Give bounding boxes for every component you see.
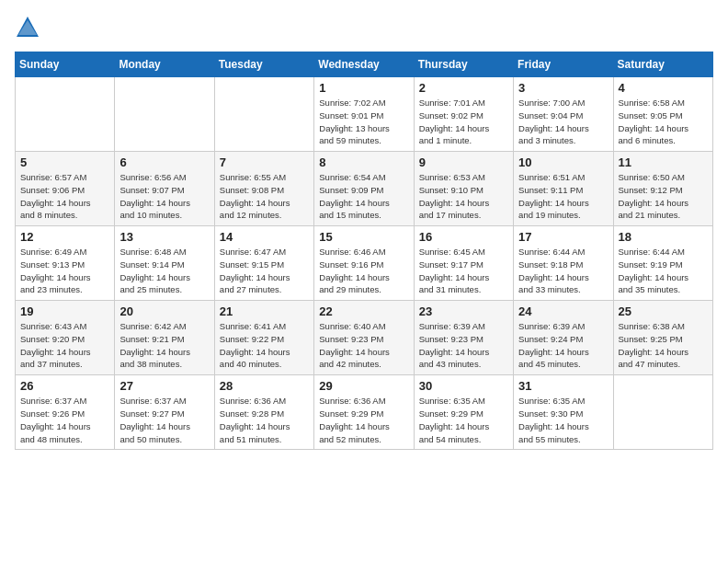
- day-info: Sunrise: 6:45 AM Sunset: 9:17 PM Dayligh…: [419, 246, 508, 296]
- calendar-cell: 21Sunrise: 6:41 AM Sunset: 9:22 PM Dayli…: [214, 301, 313, 375]
- day-number: 17: [518, 230, 608, 244]
- calendar-cell: 11Sunrise: 6:50 AM Sunset: 9:12 PM Dayli…: [613, 152, 712, 226]
- calendar-cell: 24Sunrise: 6:39 AM Sunset: 9:24 PM Dayli…: [514, 301, 613, 375]
- day-info: Sunrise: 6:44 AM Sunset: 9:18 PM Dayligh…: [518, 246, 608, 296]
- day-info: Sunrise: 6:38 AM Sunset: 9:25 PM Dayligh…: [619, 320, 708, 371]
- day-info: Sunrise: 6:48 AM Sunset: 9:14 PM Dayligh…: [119, 246, 209, 296]
- day-info: Sunrise: 6:51 AM Sunset: 9:11 PM Dayligh…: [518, 171, 608, 222]
- day-info: Sunrise: 6:55 AM Sunset: 9:08 PM Dayligh…: [220, 171, 309, 222]
- calendar-week-row: 1Sunrise: 7:02 AM Sunset: 9:01 PM Daylig…: [16, 77, 713, 152]
- calendar-cell: 12Sunrise: 6:49 AM Sunset: 9:13 PM Dayli…: [16, 226, 115, 301]
- day-number: 12: [20, 230, 109, 244]
- day-number: 14: [220, 230, 309, 244]
- calendar-header-wednesday: Wednesday: [314, 52, 414, 77]
- calendar-week-row: 19Sunrise: 6:43 AM Sunset: 9:20 PM Dayli…: [16, 301, 713, 375]
- day-number: 5: [20, 155, 109, 169]
- day-number: 8: [319, 155, 408, 169]
- day-number: 26: [20, 379, 109, 393]
- day-number: 27: [119, 379, 209, 393]
- day-info: Sunrise: 7:01 AM Sunset: 9:02 PM Dayligh…: [419, 97, 508, 147]
- day-info: Sunrise: 6:56 AM Sunset: 9:07 PM Dayligh…: [119, 171, 209, 222]
- day-info: Sunrise: 7:00 AM Sunset: 9:04 PM Dayligh…: [518, 97, 608, 147]
- day-info: Sunrise: 6:39 AM Sunset: 9:24 PM Dayligh…: [518, 320, 608, 371]
- day-info: Sunrise: 6:35 AM Sunset: 9:30 PM Dayligh…: [518, 395, 608, 445]
- calendar-cell: 1Sunrise: 7:02 AM Sunset: 9:01 PM Daylig…: [314, 77, 414, 152]
- day-number: 11: [619, 155, 708, 169]
- day-info: Sunrise: 6:44 AM Sunset: 9:19 PM Dayligh…: [619, 246, 708, 296]
- calendar-cell: 29Sunrise: 6:36 AM Sunset: 9:29 PM Dayli…: [314, 375, 414, 450]
- day-info: Sunrise: 6:36 AM Sunset: 9:28 PM Dayligh…: [220, 395, 309, 445]
- day-info: Sunrise: 6:53 AM Sunset: 9:10 PM Dayligh…: [419, 171, 508, 222]
- day-info: Sunrise: 6:41 AM Sunset: 9:22 PM Dayligh…: [220, 320, 309, 371]
- calendar-cell: 28Sunrise: 6:36 AM Sunset: 9:28 PM Dayli…: [214, 375, 313, 450]
- day-info: Sunrise: 6:42 AM Sunset: 9:21 PM Dayligh…: [119, 320, 209, 371]
- day-info: Sunrise: 6:47 AM Sunset: 9:15 PM Dayligh…: [220, 246, 309, 296]
- calendar-header-saturday: Saturday: [613, 52, 712, 77]
- day-info: Sunrise: 6:36 AM Sunset: 9:29 PM Dayligh…: [319, 395, 408, 445]
- logo-icon: [15, 15, 40, 40]
- day-number: 15: [319, 230, 408, 244]
- day-number: 2: [419, 81, 508, 95]
- calendar-cell: 30Sunrise: 6:35 AM Sunset: 9:29 PM Dayli…: [414, 375, 513, 450]
- calendar-cell: 20Sunrise: 6:42 AM Sunset: 9:21 PM Dayli…: [115, 301, 214, 375]
- calendar-header-row: SundayMondayTuesdayWednesdayThursdayFrid…: [16, 52, 713, 77]
- calendar-cell: 6Sunrise: 6:56 AM Sunset: 9:07 PM Daylig…: [115, 152, 214, 226]
- calendar-cell: 25Sunrise: 6:38 AM Sunset: 9:25 PM Dayli…: [613, 301, 712, 375]
- calendar-cell: 31Sunrise: 6:35 AM Sunset: 9:30 PM Dayli…: [514, 375, 613, 450]
- day-number: 1: [319, 81, 408, 95]
- calendar-week-row: 12Sunrise: 6:49 AM Sunset: 9:13 PM Dayli…: [16, 226, 713, 301]
- day-info: Sunrise: 6:37 AM Sunset: 9:27 PM Dayligh…: [119, 395, 209, 445]
- day-info: Sunrise: 7:02 AM Sunset: 9:01 PM Dayligh…: [319, 97, 408, 147]
- calendar-cell: 13Sunrise: 6:48 AM Sunset: 9:14 PM Dayli…: [115, 226, 214, 301]
- day-number: 22: [319, 304, 408, 318]
- day-info: Sunrise: 6:58 AM Sunset: 9:05 PM Dayligh…: [619, 97, 708, 147]
- day-number: 9: [419, 155, 508, 169]
- day-number: 6: [119, 155, 209, 169]
- calendar-cell: [115, 77, 214, 152]
- calendar-week-row: 26Sunrise: 6:37 AM Sunset: 9:26 PM Dayli…: [16, 375, 713, 450]
- calendar-cell: [214, 77, 313, 152]
- calendar-cell: 15Sunrise: 6:46 AM Sunset: 9:16 PM Dayli…: [314, 226, 414, 301]
- calendar-cell: 8Sunrise: 6:54 AM Sunset: 9:09 PM Daylig…: [314, 152, 414, 226]
- day-number: 7: [220, 155, 309, 169]
- day-number: 19: [20, 304, 109, 318]
- day-number: 18: [619, 230, 708, 244]
- day-number: 25: [619, 304, 708, 318]
- day-info: Sunrise: 6:40 AM Sunset: 9:23 PM Dayligh…: [319, 320, 408, 371]
- day-number: 30: [419, 379, 508, 393]
- day-info: Sunrise: 6:43 AM Sunset: 9:20 PM Dayligh…: [20, 320, 109, 371]
- day-number: 13: [119, 230, 209, 244]
- calendar-cell: [613, 375, 712, 450]
- calendar-cell: 19Sunrise: 6:43 AM Sunset: 9:20 PM Dayli…: [16, 301, 115, 375]
- day-number: 10: [518, 155, 608, 169]
- calendar-cell: 5Sunrise: 6:57 AM Sunset: 9:06 PM Daylig…: [16, 152, 115, 226]
- day-number: 31: [518, 379, 608, 393]
- calendar-header-monday: Monday: [115, 52, 214, 77]
- day-info: Sunrise: 6:49 AM Sunset: 9:13 PM Dayligh…: [20, 246, 109, 296]
- calendar-cell: 9Sunrise: 6:53 AM Sunset: 9:10 PM Daylig…: [414, 152, 513, 226]
- day-info: Sunrise: 6:39 AM Sunset: 9:23 PM Dayligh…: [419, 320, 508, 371]
- calendar-cell: 18Sunrise: 6:44 AM Sunset: 9:19 PM Dayli…: [613, 226, 712, 301]
- day-info: Sunrise: 6:35 AM Sunset: 9:29 PM Dayligh…: [419, 395, 508, 445]
- logo: [15, 15, 44, 40]
- day-info: Sunrise: 6:46 AM Sunset: 9:16 PM Dayligh…: [319, 246, 408, 296]
- day-info: Sunrise: 6:54 AM Sunset: 9:09 PM Dayligh…: [319, 171, 408, 222]
- calendar-header-thursday: Thursday: [414, 52, 513, 77]
- day-number: 16: [419, 230, 508, 244]
- day-info: Sunrise: 6:57 AM Sunset: 9:06 PM Dayligh…: [20, 171, 109, 222]
- day-number: 4: [619, 81, 708, 95]
- calendar-cell: 7Sunrise: 6:55 AM Sunset: 9:08 PM Daylig…: [214, 152, 313, 226]
- day-number: 29: [319, 379, 408, 393]
- day-number: 20: [119, 304, 209, 318]
- day-number: 3: [518, 81, 608, 95]
- calendar-cell: 23Sunrise: 6:39 AM Sunset: 9:23 PM Dayli…: [414, 301, 513, 375]
- day-number: 21: [220, 304, 309, 318]
- calendar-cell: 14Sunrise: 6:47 AM Sunset: 9:15 PM Dayli…: [214, 226, 313, 301]
- svg-marker-1: [18, 20, 37, 35]
- day-number: 24: [518, 304, 608, 318]
- calendar-cell: 27Sunrise: 6:37 AM Sunset: 9:27 PM Dayli…: [115, 375, 214, 450]
- calendar-cell: 4Sunrise: 6:58 AM Sunset: 9:05 PM Daylig…: [613, 77, 712, 152]
- day-info: Sunrise: 6:50 AM Sunset: 9:12 PM Dayligh…: [619, 171, 708, 222]
- day-number: 23: [419, 304, 508, 318]
- day-info: Sunrise: 6:37 AM Sunset: 9:26 PM Dayligh…: [20, 395, 109, 445]
